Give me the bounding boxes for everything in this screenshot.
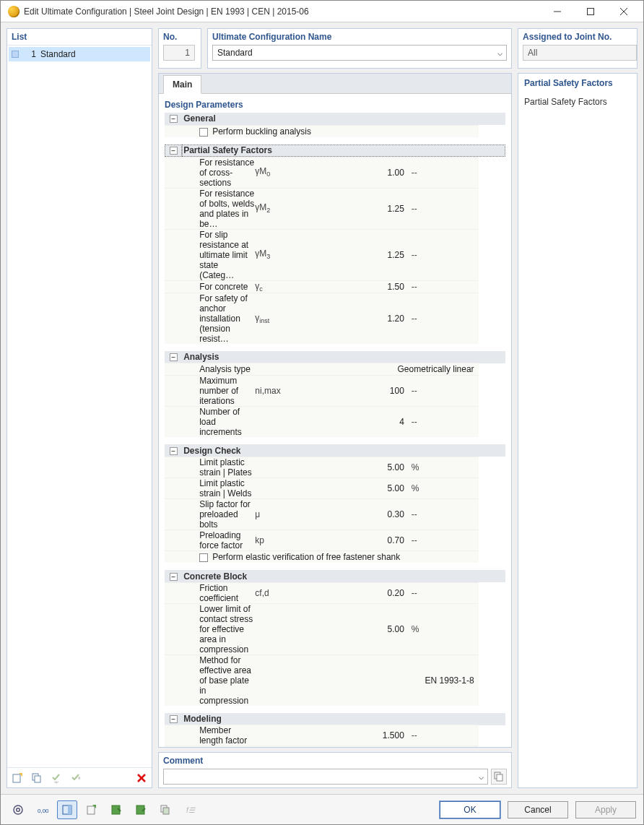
param-row[interactable]: Limit plastic strain | Welds5.00% <box>165 478 505 498</box>
param-row[interactable]: Member length factor1.500-- <box>165 725 505 746</box>
list-toolbar <box>7 767 152 787</box>
number-box: No. <box>158 28 201 69</box>
dialog-footer: 0,00 f☰ OK Cancel Apply <box>1 794 643 824</box>
param-row[interactable]: For resistance of cross-sectionsγM01.00-… <box>165 157 505 188</box>
name-label: Ultimate Configuration Name <box>208 29 511 45</box>
collapse-icon[interactable]: − <box>170 447 178 455</box>
assigned-input[interactable] <box>523 45 637 61</box>
collapse-icon[interactable]: − <box>170 115 178 123</box>
function-button[interactable]: f☰ <box>180 800 200 819</box>
comment-label: Comment <box>163 756 507 766</box>
param-row[interactable]: Friction coefficientcf,d0.20-- <box>165 582 505 603</box>
minimize-button[interactable] <box>541 1 574 22</box>
checkbox-icon[interactable] <box>199 128 208 137</box>
svg-rect-22 <box>163 808 169 814</box>
group-header[interactable]: −Analysis <box>165 351 505 363</box>
chevron-down-icon: ⌵ <box>493 48 506 58</box>
tabstrip: Main <box>159 74 511 94</box>
collapse-icon[interactable]: − <box>170 147 178 155</box>
group-header[interactable]: −Modeling <box>165 713 505 725</box>
copy-config-button[interactable] <box>155 800 175 819</box>
default-settings-button[interactable] <box>82 800 102 819</box>
toggle-panel-button[interactable] <box>57 800 77 819</box>
ok-button[interactable]: OK <box>440 801 500 818</box>
param-row[interactable]: Method for effective area of base plate … <box>165 655 505 706</box>
cancel-button[interactable]: Cancel <box>508 801 568 818</box>
delete-button[interactable] <box>133 770 150 786</box>
copy-item-button[interactable] <box>28 770 45 786</box>
number-input[interactable] <box>163 45 195 61</box>
comment-combo[interactable]: ⌵ <box>163 769 488 785</box>
assigned-box: Assigned to Joint No. × <box>518 28 638 69</box>
svg-rect-17 <box>87 806 95 814</box>
collapse-icon[interactable]: − <box>170 573 178 581</box>
list-header: List <box>7 29 152 46</box>
save-default-button[interactable] <box>106 800 126 819</box>
param-row[interactable]: Maximum number of iterationsni,max100-- <box>165 376 505 407</box>
apply-button[interactable]: Apply <box>575 801 636 818</box>
name-box: Ultimate Configuration Name Standard ⌵ <box>207 28 512 69</box>
new-item-button[interactable] <box>9 770 26 786</box>
name-value: Standard <box>217 48 493 58</box>
group-header[interactable]: −Concrete Block <box>165 570 505 582</box>
svg-point-13 <box>17 808 20 811</box>
checkbox-icon[interactable] <box>199 553 208 562</box>
svg-text:0,00: 0,00 <box>38 808 48 814</box>
svg-text:f☰: f☰ <box>186 806 196 814</box>
svg-rect-16 <box>68 805 71 814</box>
param-row[interactable]: For slip resistance at ultimate limit st… <box>165 229 505 280</box>
comment-box: Comment ⌵ <box>158 752 512 788</box>
name-combo[interactable]: Standard ⌵ <box>212 45 507 61</box>
param-row[interactable]: Perform buckling analysis <box>165 125 505 137</box>
number-label: No. <box>159 29 201 45</box>
svg-rect-1 <box>588 8 594 14</box>
svg-rect-11 <box>497 774 502 781</box>
group-header[interactable]: −Design Check <box>165 444 505 457</box>
units-button[interactable]: 0,00 <box>32 800 53 819</box>
collapse-icon[interactable]: − <box>170 353 178 361</box>
check-down-button[interactable] <box>48 770 65 786</box>
param-row[interactable]: Lower limit of contact stress for effect… <box>165 603 505 655</box>
param-row[interactable]: Slip factor for preloaded boltsμ0.30-- <box>165 498 505 530</box>
close-button[interactable] <box>607 1 640 22</box>
group-header[interactable]: −General <box>165 113 505 125</box>
param-row[interactable]: For concreteγc1.50-- <box>165 280 505 293</box>
design-parameters-area: Design Parameters −GeneralPerform buckli… <box>159 94 511 747</box>
list-item-label: Standard <box>40 49 76 59</box>
collapse-icon[interactable]: − <box>170 715 178 723</box>
help-body: Partial Safety Factors <box>524 97 631 107</box>
maximize-button[interactable] <box>574 1 607 22</box>
app-icon <box>8 6 19 17</box>
help-button[interactable] <box>8 800 28 819</box>
param-row[interactable]: Number of load increments4-- <box>165 407 505 438</box>
list-item-bullet-icon <box>12 51 19 58</box>
comment-library-button[interactable] <box>491 769 507 785</box>
param-row[interactable]: Preloading force factorkp0.70-- <box>165 530 505 550</box>
param-row[interactable]: Number of segments on rounded corner of … <box>165 746 505 747</box>
list-item[interactable]: 1 Standard <box>9 47 150 61</box>
assigned-label: Assigned to Joint No. <box>518 29 637 45</box>
tab-main[interactable]: Main <box>163 75 201 94</box>
param-row[interactable]: Perform elastic verification of free fas… <box>165 550 505 563</box>
svg-rect-7 <box>35 776 40 782</box>
svg-point-12 <box>14 805 22 814</box>
param-row[interactable]: Limit plastic strain | Plates5.00% <box>165 457 505 478</box>
titlebar: Edit Ultimate Configuration | Steel Join… <box>1 1 643 22</box>
list-item-num: 1 <box>23 49 36 59</box>
chevron-down-icon: ⌵ <box>474 772 487 782</box>
check-right-button[interactable] <box>67 770 84 786</box>
group-header[interactable]: −Partial Safety Factors <box>165 144 505 157</box>
list-panel: List 1 Standard <box>6 28 152 788</box>
param-row[interactable]: For safety of anchor installation (tensi… <box>165 293 505 344</box>
help-title: Partial Safety Factors <box>524 78 631 88</box>
config-list[interactable]: 1 Standard <box>7 46 152 767</box>
load-default-button[interactable] <box>131 800 151 819</box>
help-panel: Partial Safety Factors Partial Safety Fa… <box>518 73 638 788</box>
param-row[interactable]: Analysis typeGeometrically linear <box>165 363 505 376</box>
param-row[interactable]: For resistance of bolts, welds and plate… <box>165 188 505 229</box>
window-title: Edit Ultimate Configuration | Steel Join… <box>24 7 541 17</box>
svg-rect-4 <box>13 774 20 782</box>
section-title: Design Parameters <box>165 100 505 110</box>
